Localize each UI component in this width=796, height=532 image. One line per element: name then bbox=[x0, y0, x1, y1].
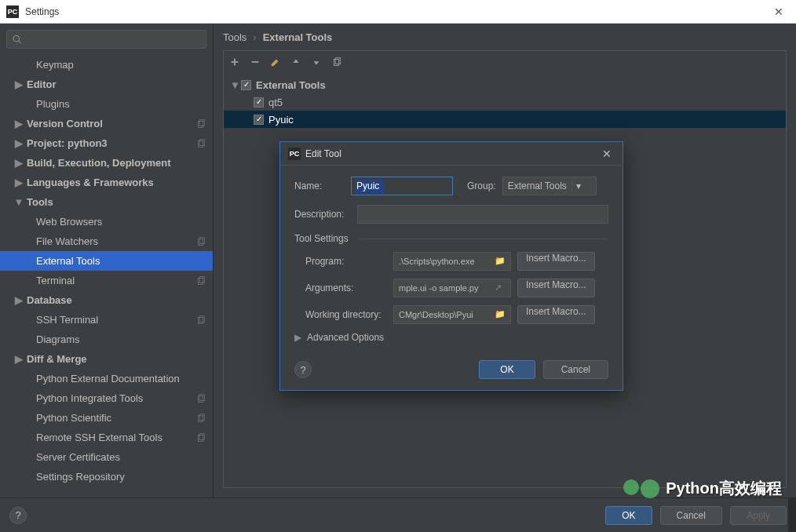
chevron-right-icon: ▶ bbox=[294, 332, 304, 343]
program-label: Program: bbox=[305, 256, 393, 267]
expand-icon[interactable]: ↗ bbox=[495, 282, 506, 293]
sidebar-item-project-python3[interactable]: ▶Project: python3 bbox=[0, 133, 213, 153]
dialog-help-button[interactable]: ? bbox=[294, 361, 312, 378]
sidebar-item-label: Python Scientific bbox=[36, 412, 111, 424]
sidebar-item-file-watchers[interactable]: File Watchers bbox=[0, 231, 213, 251]
name-input[interactable] bbox=[351, 177, 453, 195]
dialog-ok-button[interactable]: OK bbox=[479, 360, 535, 379]
program-input[interactable]: .\Scripts\python.exe 📁 bbox=[393, 252, 511, 271]
sidebar-item-remote-ssh-external-tools[interactable]: Remote SSH External Tools bbox=[0, 428, 213, 447]
program-insert-macro-button[interactable]: Insert Macro... bbox=[517, 252, 595, 271]
description-label: Description: bbox=[294, 209, 351, 220]
sidebar-item-label: Version Control bbox=[27, 118, 103, 129]
group-label: Group: bbox=[467, 180, 496, 191]
sidebar-item-languages-frameworks[interactable]: ▶Languages & Frameworks bbox=[0, 173, 213, 192]
svg-rect-22 bbox=[335, 57, 340, 64]
project-scope-icon bbox=[195, 118, 206, 129]
sidebar-item-label: Python Integrated Tools bbox=[36, 392, 143, 404]
sidebar-item-ssh-terminal[interactable]: SSH Terminal bbox=[0, 310, 213, 330]
settings-tree: Keymap▶EditorPlugins▶Version Control▶Pro… bbox=[0, 55, 213, 497]
breadcrumb-root[interactable]: Tools bbox=[223, 31, 246, 43]
chevron-down-icon: ▼ bbox=[14, 198, 24, 207]
sidebar-item-external-tools[interactable]: External Tools bbox=[0, 251, 213, 271]
sidebar-item-label: Server Certificates bbox=[36, 451, 120, 463]
dialog-title: Edit Tool bbox=[305, 148, 341, 159]
edit-button[interactable] bbox=[269, 56, 282, 68]
svg-rect-2 bbox=[199, 121, 203, 127]
cancel-button[interactable]: Cancel bbox=[660, 506, 722, 525]
chevron-right-icon: ▶ bbox=[14, 178, 24, 188]
breadcrumb-sep: › bbox=[253, 31, 256, 43]
close-icon[interactable]: ✕ bbox=[768, 2, 790, 21]
folder-icon[interactable]: 📁 bbox=[495, 309, 506, 320]
sidebar-item-label: Languages & Frameworks bbox=[27, 177, 154, 188]
sidebar-item-label: Terminal bbox=[36, 275, 75, 286]
sidebar-item-version-control[interactable]: ▶Version Control bbox=[0, 114, 213, 133]
checkbox[interactable]: ✓ bbox=[254, 115, 264, 125]
tool-item-pyuic[interactable]: ✓Pyuic bbox=[224, 111, 786, 128]
svg-rect-3 bbox=[199, 119, 204, 126]
checkbox[interactable]: ✓ bbox=[241, 80, 251, 90]
sidebar-item-build-execution-deployment[interactable]: ▶Build, Execution, Deployment bbox=[0, 153, 213, 173]
sidebar-item-keymap[interactable]: Keymap bbox=[0, 55, 213, 75]
svg-rect-6 bbox=[199, 239, 203, 245]
svg-point-0 bbox=[13, 35, 19, 41]
sidebar-item-plugins[interactable]: Plugins bbox=[0, 94, 213, 114]
remove-button[interactable] bbox=[249, 56, 261, 68]
search-input[interactable] bbox=[22, 34, 201, 45]
copy-button[interactable] bbox=[330, 56, 343, 68]
tool-item-qt5[interactable]: ✓qt5 bbox=[224, 93, 786, 111]
ok-button[interactable]: OK bbox=[605, 506, 652, 525]
window-title: Settings bbox=[25, 6, 59, 17]
svg-rect-15 bbox=[199, 414, 204, 420]
edit-tool-dialog: PC Edit Tool ✕ Name: Group: External Too… bbox=[279, 141, 623, 391]
dialog-cancel-button[interactable]: Cancel bbox=[543, 360, 608, 379]
workdir-insert-macro-button[interactable]: Insert Macro... bbox=[517, 305, 595, 324]
chevron-right-icon: ▶ bbox=[14, 296, 24, 305]
project-scope-icon bbox=[195, 138, 206, 149]
footer: ? OK Cancel Apply bbox=[0, 497, 796, 532]
sidebar-item-server-certificates[interactable]: Server Certificates bbox=[0, 447, 213, 467]
sidebar-item-web-browsers[interactable]: Web Browsers bbox=[0, 212, 213, 231]
sidebar-item-diff-merge[interactable]: ▶Diff & Merge bbox=[0, 349, 213, 369]
sidebar-item-python-integrated-tools[interactable]: Python Integrated Tools bbox=[0, 388, 213, 408]
help-button[interactable]: ? bbox=[9, 507, 27, 524]
tree-root[interactable]: ▼ ✓ External Tools bbox=[224, 76, 786, 93]
sidebar-item-label: Plugins bbox=[36, 98, 70, 110]
project-scope-icon bbox=[195, 413, 206, 424]
folder-icon[interactable]: 📁 bbox=[495, 256, 506, 267]
sidebar-item-database[interactable]: ▶Database bbox=[0, 290, 213, 310]
sidebar-item-settings-repository[interactable]: Settings Repository bbox=[0, 467, 213, 486]
advanced-options-toggle[interactable]: ▶ Advanced Options bbox=[294, 332, 608, 343]
up-button[interactable] bbox=[290, 56, 302, 68]
chevron-down-icon: ▾ bbox=[571, 180, 586, 191]
dialog-icon: PC bbox=[288, 148, 301, 160]
down-button[interactable] bbox=[310, 56, 323, 68]
description-input[interactable] bbox=[357, 205, 608, 224]
dialog-close-icon[interactable]: ✕ bbox=[599, 146, 615, 162]
sidebar-item-terminal[interactable]: Terminal bbox=[0, 271, 213, 290]
group-value: External Tools bbox=[508, 180, 567, 191]
app-icon: PC bbox=[6, 5, 19, 18]
group-combo[interactable]: External Tools ▾ bbox=[502, 177, 597, 195]
workdir-input[interactable]: CMgr\Desktop\Pyui 📁 bbox=[393, 305, 511, 324]
sidebar-item-label: External Tools bbox=[36, 255, 100, 267]
arguments-input[interactable]: mple.ui -o sample.py ↗ bbox=[393, 279, 511, 297]
search-box[interactable] bbox=[6, 30, 206, 49]
sidebar-item-python-scientific[interactable]: Python Scientific bbox=[0, 408, 213, 428]
sidebar-item-label: Build, Execution, Deployment bbox=[27, 157, 170, 169]
svg-rect-9 bbox=[199, 276, 204, 282]
add-button[interactable] bbox=[228, 56, 241, 68]
workdir-label: Working directory: bbox=[305, 309, 393, 320]
sidebar-item-python-external-documentation[interactable]: Python External Documentation bbox=[0, 369, 213, 388]
sidebar-item-tools[interactable]: ▼Tools bbox=[0, 192, 213, 212]
sidebar-item-diagrams[interactable]: Diagrams bbox=[0, 330, 213, 349]
sidebar-item-editor[interactable]: ▶Editor bbox=[0, 75, 213, 94]
arguments-insert-macro-button[interactable]: Insert Macro... bbox=[517, 279, 595, 297]
checkbox[interactable]: ✓ bbox=[254, 97, 264, 107]
dialog-titlebar: PC Edit Tool ✕ bbox=[280, 142, 623, 166]
sidebar-item-label: Keymap bbox=[36, 59, 74, 71]
apply-button[interactable]: Apply bbox=[730, 506, 787, 525]
sidebar-item-label: Remote SSH External Tools bbox=[36, 432, 162, 443]
svg-rect-12 bbox=[199, 395, 203, 402]
